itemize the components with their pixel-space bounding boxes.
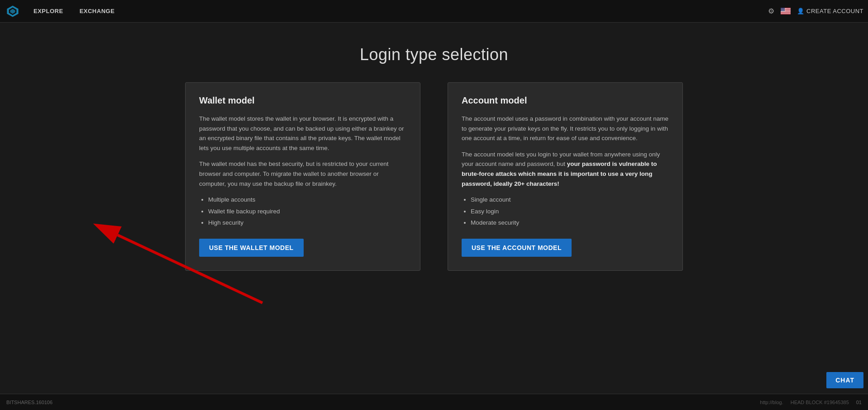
wallet-feature-3: High security [208, 218, 406, 228]
create-account-link[interactable]: 👤 CREATE ACCOUNT [797, 8, 863, 14]
svg-rect-14 [781, 14, 791, 14]
footer-blog-link[interactable]: http://blog. [760, 400, 783, 405]
main-content: Wallet model The wallet model stores the… [0, 82, 868, 271]
footer-right: http://blog. HEAD BLOCK #19645385 01 [760, 400, 862, 405]
nav-exchange[interactable]: EXCHANGE [72, 0, 123, 23]
footer-left-text: BITSHARES.160106 [6, 400, 52, 405]
page-title: Login type selection [0, 45, 868, 64]
settings-icon[interactable]: ⚙ [768, 7, 774, 15]
wallet-feature-2: Wallet file backup required [208, 207, 406, 217]
wallet-para-1: The wallet model stores the wallet in yo… [199, 114, 406, 153]
nav-explore[interactable]: EXPLORE [25, 0, 72, 23]
footer: BITSHARES.160106 http://blog. HEAD BLOCK… [0, 394, 868, 410]
svg-rect-12 [781, 12, 791, 13]
wallet-card-body: The wallet model stores the wallet in yo… [199, 114, 406, 257]
account-feature-3: Moderate security [471, 218, 669, 228]
user-icon: 👤 [797, 8, 805, 14]
svg-rect-10 [781, 11, 791, 12]
account-card-title: Account model [462, 95, 669, 106]
account-card-body: The account model uses a password in com… [462, 114, 669, 257]
page-title-section: Login type selection [0, 23, 868, 82]
wallet-card: Wallet model The wallet model stores the… [185, 82, 420, 271]
create-account-label: CREATE ACCOUNT [806, 8, 863, 14]
account-para-1: The account model uses a password in com… [462, 114, 669, 143]
navbar: EXPLORE EXCHANGE ⚙ ★★★★★★ [0, 0, 868, 23]
wallet-feature-1: Multiple accounts [208, 195, 406, 205]
account-feature-2: Easy login [471, 207, 669, 217]
footer-block-info: HEAD BLOCK #19645385 [791, 400, 849, 405]
svg-rect-13 [781, 13, 791, 14]
chat-button[interactable]: CHAT [826, 372, 863, 388]
navbar-right: ⚙ ★★★★★★ ★★★★★ ★★★★★★ [768, 7, 863, 15]
use-wallet-model-button[interactable]: USE THE WALLET MODEL [199, 239, 304, 257]
language-flag[interactable]: ★★★★★★ ★★★★★ ★★★★★★ ★★★★★ [781, 8, 791, 14]
wallet-features-list: Multiple accounts Wallet file backup req… [208, 195, 406, 228]
footer-block-time: 01 [856, 400, 862, 405]
use-account-model-button[interactable]: USE THE ACCOUNT MODEL [462, 239, 572, 257]
app-logo[interactable] [5, 3, 21, 19]
account-features-list: Single account Easy login Moderate secur… [471, 195, 669, 228]
wallet-card-title: Wallet model [199, 95, 406, 106]
account-card: Account model The account model uses a p… [448, 82, 683, 271]
account-feature-1: Single account [471, 195, 669, 205]
account-para-2: The account model lets you login to your… [462, 150, 669, 189]
svg-rect-11 [781, 12, 791, 12]
wallet-para-2: The wallet model has the best security, … [199, 159, 406, 189]
svg-rect-15 [781, 14, 791, 14]
